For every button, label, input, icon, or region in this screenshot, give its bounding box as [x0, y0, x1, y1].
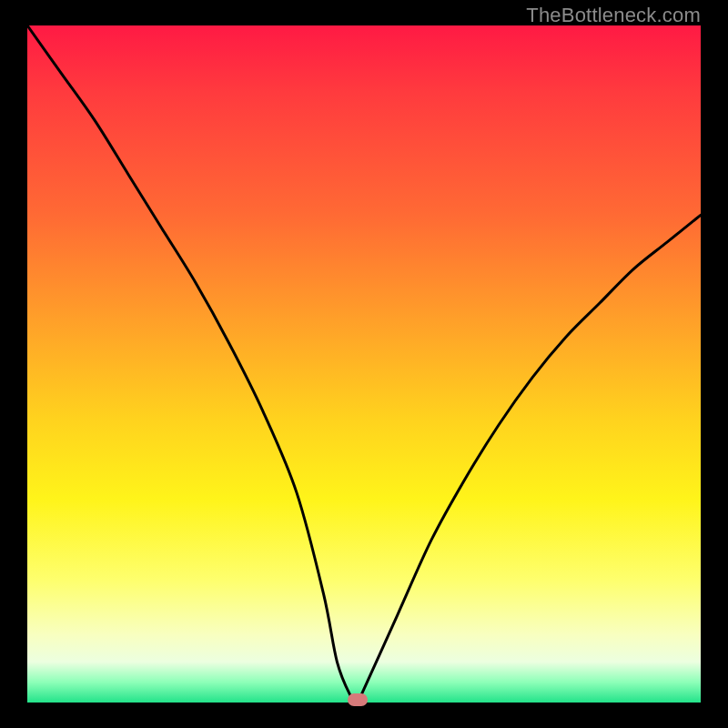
- optimum-marker: [348, 693, 368, 706]
- plot-area: [27, 25, 701, 703]
- watermark-text: TheBottleneck.com: [526, 4, 701, 27]
- frame: TheBottleneck.com: [0, 0, 728, 728]
- bottleneck-curve: [27, 25, 701, 703]
